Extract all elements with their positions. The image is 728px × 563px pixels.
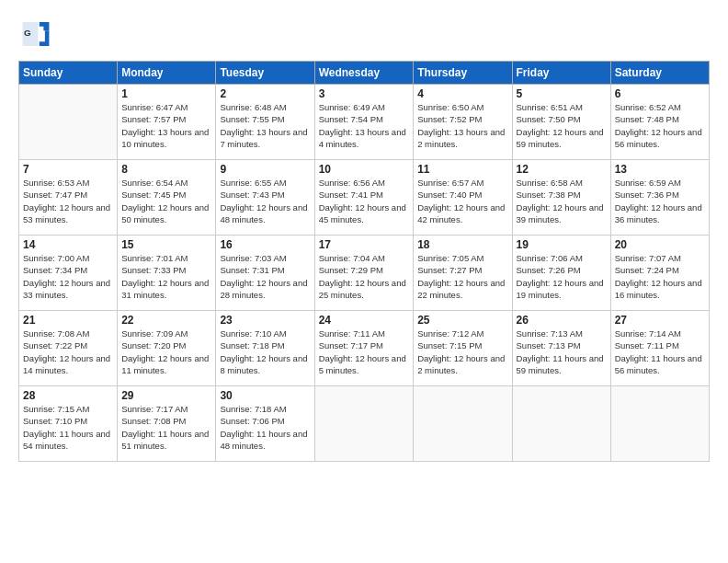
- day-number: 25: [417, 314, 507, 327]
- day-info: Sunrise: 6:53 AMSunset: 7:47 PMDaylight:…: [23, 177, 113, 225]
- day-number: 15: [121, 238, 211, 251]
- day-info: Sunrise: 6:49 AMSunset: 7:54 PMDaylight:…: [319, 101, 410, 150]
- day-info: Sunrise: 7:05 AMSunset: 7:27 PMDaylight:…: [417, 252, 507, 301]
- day-info: Sunrise: 7:08 AMSunset: 7:22 PMDaylight:…: [23, 327, 113, 376]
- day-number: 3: [319, 87, 410, 100]
- logo: G: [18, 17, 57, 52]
- day-number: 11: [417, 163, 507, 176]
- day-info: Sunrise: 6:54 AMSunset: 7:45 PMDaylight:…: [121, 177, 211, 225]
- calendar-cell: 11Sunrise: 6:57 AMSunset: 7:40 PMDayligh…: [414, 160, 512, 236]
- day-info: Sunrise: 7:03 AMSunset: 7:31 PMDaylight:…: [220, 252, 310, 301]
- calendar-cell: 22Sunrise: 7:09 AMSunset: 7:20 PMDayligh…: [118, 311, 216, 386]
- svg-marker-0: [40, 22, 50, 30]
- calendar-cell: 25Sunrise: 7:12 AMSunset: 7:15 PMDayligh…: [414, 311, 512, 386]
- day-number: 21: [23, 314, 113, 327]
- day-info: Sunrise: 6:52 AMSunset: 7:48 PMDaylight:…: [615, 101, 705, 150]
- calendar-cell: 24Sunrise: 7:11 AMSunset: 7:17 PMDayligh…: [314, 311, 414, 386]
- day-info: Sunrise: 6:47 AMSunset: 7:57 PMDaylight:…: [121, 101, 211, 150]
- calendar-cell: [414, 386, 512, 462]
- calendar-week-row: 1Sunrise: 6:47 AMSunset: 7:57 PMDaylight…: [19, 85, 710, 160]
- day-info: Sunrise: 7:06 AMSunset: 7:26 PMDaylight:…: [517, 252, 607, 301]
- calendar-cell: 2Sunrise: 6:48 AMSunset: 7:55 PMDaylight…: [216, 85, 314, 160]
- day-info: Sunrise: 7:13 AMSunset: 7:13 PMDaylight:…: [517, 327, 607, 376]
- calendar-cell: 18Sunrise: 7:05 AMSunset: 7:27 PMDayligh…: [414, 236, 512, 311]
- day-number: 30: [220, 389, 310, 402]
- day-number: 2: [220, 87, 310, 100]
- day-info: Sunrise: 7:07 AMSunset: 7:24 PMDaylight:…: [615, 252, 705, 301]
- day-number: 20: [615, 238, 705, 251]
- day-info: Sunrise: 7:04 AMSunset: 7:29 PMDaylight:…: [319, 252, 410, 301]
- day-number: 12: [517, 163, 607, 176]
- calendar-week-row: 14Sunrise: 7:00 AMSunset: 7:34 PMDayligh…: [19, 236, 710, 311]
- weekday-header: Monday: [118, 62, 216, 85]
- calendar-cell: 19Sunrise: 7:06 AMSunset: 7:26 PMDayligh…: [512, 236, 610, 311]
- calendar-cell: 4Sunrise: 6:50 AMSunset: 7:52 PMDaylight…: [414, 85, 512, 160]
- day-number: 16: [220, 238, 310, 251]
- day-number: 17: [319, 238, 410, 251]
- calendar-cell: 30Sunrise: 7:18 AMSunset: 7:06 PMDayligh…: [216, 386, 314, 462]
- day-number: 29: [121, 389, 211, 402]
- day-number: 24: [319, 314, 410, 327]
- day-info: Sunrise: 6:48 AMSunset: 7:55 PMDaylight:…: [220, 101, 310, 150]
- day-info: Sunrise: 7:18 AMSunset: 7:06 PMDaylight:…: [220, 403, 310, 452]
- day-info: Sunrise: 6:57 AMSunset: 7:40 PMDaylight:…: [417, 177, 507, 225]
- day-info: Sunrise: 7:14 AMSunset: 7:11 PMDaylight:…: [615, 327, 705, 376]
- calendar-cell: 21Sunrise: 7:08 AMSunset: 7:22 PMDayligh…: [19, 311, 118, 386]
- day-number: 22: [121, 314, 211, 327]
- day-info: Sunrise: 7:09 AMSunset: 7:20 PMDaylight:…: [121, 327, 211, 376]
- calendar-header: SundayMondayTuesdayWednesdayThursdayFrid…: [19, 62, 710, 85]
- calendar-cell: 10Sunrise: 6:56 AMSunset: 7:41 PMDayligh…: [314, 160, 414, 236]
- day-number: 10: [319, 163, 410, 176]
- day-info: Sunrise: 7:10 AMSunset: 7:18 PMDaylight:…: [220, 327, 310, 376]
- calendar-cell: 8Sunrise: 6:54 AMSunset: 7:45 PMDaylight…: [118, 160, 216, 236]
- page: G SundayMondayTuesdayWednesdayThursdayFr…: [0, 0, 728, 563]
- calendar-cell: [512, 386, 610, 462]
- calendar-week-row: 28Sunrise: 7:15 AMSunset: 7:10 PMDayligh…: [19, 386, 710, 462]
- day-info: Sunrise: 7:00 AMSunset: 7:34 PMDaylight:…: [23, 252, 113, 301]
- calendar-cell: 14Sunrise: 7:00 AMSunset: 7:34 PMDayligh…: [19, 236, 118, 311]
- day-number: 9: [220, 163, 310, 176]
- day-number: 23: [220, 314, 310, 327]
- day-info: Sunrise: 6:56 AMSunset: 7:41 PMDaylight:…: [319, 177, 410, 225]
- calendar-week-row: 7Sunrise: 6:53 AMSunset: 7:47 PMDaylight…: [19, 160, 710, 236]
- calendar-cell: 28Sunrise: 7:15 AMSunset: 7:10 PMDayligh…: [19, 386, 118, 462]
- calendar-cell: 5Sunrise: 6:51 AMSunset: 7:50 PMDaylight…: [512, 85, 610, 160]
- calendar-cell: 9Sunrise: 6:55 AMSunset: 7:43 PMDaylight…: [216, 160, 314, 236]
- calendar-cell: 16Sunrise: 7:03 AMSunset: 7:31 PMDayligh…: [216, 236, 314, 311]
- day-number: 18: [417, 238, 507, 251]
- calendar-cell: 12Sunrise: 6:58 AMSunset: 7:38 PMDayligh…: [512, 160, 610, 236]
- day-info: Sunrise: 6:50 AMSunset: 7:52 PMDaylight:…: [417, 101, 507, 150]
- calendar-cell: 17Sunrise: 7:04 AMSunset: 7:29 PMDayligh…: [314, 236, 414, 311]
- calendar: SundayMondayTuesdayWednesdayThursdayFrid…: [18, 61, 710, 462]
- calendar-cell: 13Sunrise: 6:59 AMSunset: 7:36 PMDayligh…: [610, 160, 709, 236]
- day-number: 6: [615, 87, 705, 100]
- weekday-header: Tuesday: [216, 62, 314, 85]
- calendar-cell: 27Sunrise: 7:14 AMSunset: 7:11 PMDayligh…: [610, 311, 709, 386]
- weekday-header: Thursday: [414, 62, 512, 85]
- calendar-cell: 7Sunrise: 6:53 AMSunset: 7:47 PMDaylight…: [19, 160, 118, 236]
- day-number: 27: [615, 314, 705, 327]
- calendar-cell: 3Sunrise: 6:49 AMSunset: 7:54 PMDaylight…: [314, 85, 414, 160]
- calendar-cell: 6Sunrise: 6:52 AMSunset: 7:48 PMDaylight…: [610, 85, 709, 160]
- calendar-cell: 29Sunrise: 7:17 AMSunset: 7:08 PMDayligh…: [118, 386, 216, 462]
- calendar-cell: 1Sunrise: 6:47 AMSunset: 7:57 PMDaylight…: [118, 85, 216, 160]
- day-number: 4: [417, 87, 507, 100]
- svg-text:G: G: [24, 28, 31, 38]
- day-info: Sunrise: 7:12 AMSunset: 7:15 PMDaylight:…: [417, 327, 507, 376]
- day-number: 19: [517, 238, 607, 251]
- day-number: 26: [517, 314, 607, 327]
- day-number: 13: [615, 163, 705, 176]
- header: G: [18, 17, 710, 52]
- day-info: Sunrise: 6:51 AMSunset: 7:50 PMDaylight:…: [517, 101, 607, 150]
- day-number: 8: [121, 163, 211, 176]
- day-number: 14: [23, 238, 113, 251]
- calendar-cell: 15Sunrise: 7:01 AMSunset: 7:33 PMDayligh…: [118, 236, 216, 311]
- calendar-week-row: 21Sunrise: 7:08 AMSunset: 7:22 PMDayligh…: [19, 311, 710, 386]
- day-info: Sunrise: 6:55 AMSunset: 7:43 PMDaylight:…: [220, 177, 310, 225]
- day-info: Sunrise: 7:15 AMSunset: 7:10 PMDaylight:…: [23, 403, 113, 452]
- weekday-header: Wednesday: [314, 62, 414, 85]
- logo-icon: G: [18, 17, 53, 52]
- calendar-cell: 26Sunrise: 7:13 AMSunset: 7:13 PMDayligh…: [512, 311, 610, 386]
- day-info: Sunrise: 7:11 AMSunset: 7:17 PMDaylight:…: [319, 327, 410, 376]
- day-info: Sunrise: 7:01 AMSunset: 7:33 PMDaylight:…: [121, 252, 211, 301]
